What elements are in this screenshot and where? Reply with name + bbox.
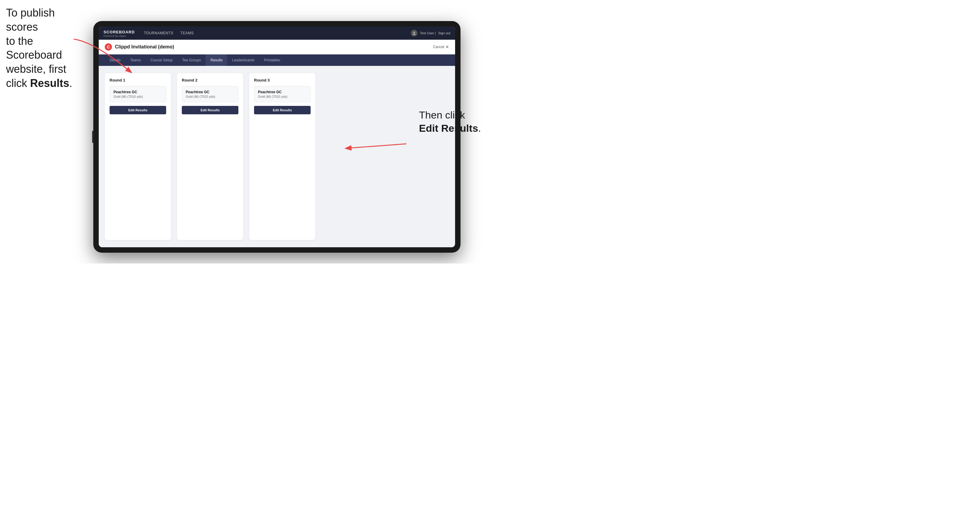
tab-course-setup[interactable]: Course Setup	[146, 54, 177, 66]
tablet: SCOREBOARD Powered by clippd TOURNAMENTS…	[93, 21, 460, 253]
tab-tee-groups[interactable]: Tee Groups	[177, 54, 205, 66]
tab-teams[interactable]: Teams	[126, 54, 146, 66]
tab-results[interactable]: Results	[205, 54, 227, 66]
round-2-column: Round 2 Peachtree GC Gold (M) (7010 yds)…	[177, 73, 243, 240]
user-avatar	[411, 30, 417, 37]
user-icon	[412, 31, 416, 35]
instruction-line1: To publish scores	[6, 6, 55, 33]
instruction-results-bold: Results	[30, 77, 69, 89]
content-area: Round 1 Peachtree GC Gold (M) (7010 yds)…	[99, 66, 455, 247]
instruction-edit-results-bold: Edit Results	[419, 122, 478, 134]
round-1-course-details: Gold (M) (7010 yds)	[113, 95, 162, 98]
sub-nav: Details Teams Course Setup Tee Groups Re…	[99, 54, 455, 66]
cancel-label: Cancel	[433, 45, 444, 49]
logo-sub: Powered by clippd	[103, 35, 135, 37]
edit-results-button-3[interactable]: Edit Results	[254, 106, 310, 114]
nav-teams[interactable]: TEAMS	[181, 30, 194, 37]
round-1-title: Round 1	[110, 78, 166, 83]
logo-area: SCOREBOARD Powered by clippd	[103, 29, 135, 37]
round-3-course-card: Peachtree GC Gold (M) (7010 yds)	[254, 86, 310, 102]
c-logo: C	[105, 43, 112, 51]
edit-results-button-1[interactable]: Edit Results	[110, 106, 166, 114]
nav-links: TOURNAMENTS TEAMS	[144, 30, 411, 37]
round-3-course-name: Peachtree GC	[258, 90, 307, 94]
round-3-course-details: Gold (M) (7010 yds)	[258, 95, 307, 98]
tab-details[interactable]: Details	[105, 54, 126, 66]
tournament-title-row: C Clippd Invitational (demo)	[105, 43, 174, 51]
instruction-line4-prefix: click	[6, 77, 30, 89]
round-2-title: Round 2	[182, 78, 239, 83]
tablet-screen: SCOREBOARD Powered by clippd TOURNAMENTS…	[99, 27, 455, 247]
round-2-course-name: Peachtree GC	[186, 90, 234, 94]
sign-out-link[interactable]: Sign out	[438, 31, 450, 35]
nav-tournaments[interactable]: TOURNAMENTS	[144, 30, 173, 37]
close-icon: ✕	[445, 44, 449, 49]
tab-leaderboards[interactable]: Leaderboards	[227, 54, 259, 66]
instruction-then-click: Then click	[419, 109, 465, 121]
instruction-line4-suffix: .	[69, 77, 72, 89]
tournament-header: C Clippd Invitational (demo) Cancel ✕	[99, 40, 455, 54]
instruction-line3: website, first	[6, 63, 66, 75]
round-1-course-card: Peachtree GC Gold (M) (7010 yds)	[110, 86, 166, 102]
edit-results-button-2[interactable]: Edit Results	[182, 106, 239, 114]
tablet-side-button	[92, 131, 93, 143]
instruction-edit-results-suffix: .	[478, 122, 481, 134]
tab-printables[interactable]: Printables	[259, 54, 285, 66]
round-1-column: Round 1 Peachtree GC Gold (M) (7010 yds)…	[105, 73, 171, 240]
round-3-title: Round 3	[254, 78, 310, 83]
round-2-course-details: Gold (M) (7010 yds)	[186, 95, 234, 98]
nav-right: Test User | Sign out	[411, 30, 450, 37]
user-name: Test User |	[420, 31, 436, 35]
svg-point-2	[413, 34, 416, 35]
rounds-container: Round 1 Peachtree GC Gold (M) (7010 yds)…	[99, 66, 455, 247]
round-1-course-name: Peachtree GC	[113, 90, 162, 94]
cancel-button[interactable]: Cancel ✕	[433, 44, 449, 49]
instruction-left: To publish scores to the Scoreboard webs…	[6, 6, 84, 90]
round-2-course-card: Peachtree GC Gold (M) (7010 yds)	[182, 86, 239, 102]
logo-text: SCOREBOARD	[103, 30, 135, 34]
svg-point-1	[413, 32, 415, 33]
round-3-column: Round 3 Peachtree GC Gold (M) (7010 yds)…	[249, 73, 315, 240]
tournament-name: Clippd Invitational (demo)	[115, 44, 174, 50]
top-nav: SCOREBOARD Powered by clippd TOURNAMENTS…	[99, 27, 455, 40]
instruction-right: Then click Edit Results.	[419, 108, 481, 135]
instruction-line2: to the Scoreboard	[6, 35, 62, 61]
